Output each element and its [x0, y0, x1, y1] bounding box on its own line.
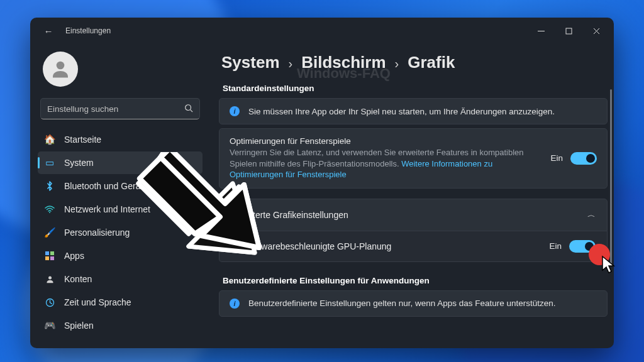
wifi-icon	[44, 204, 55, 215]
system-icon: ▭	[44, 157, 55, 168]
sidebar-item-label: Spielen	[64, 321, 94, 331]
breadcrumb-graphics: Grafik	[408, 53, 455, 72]
sidebar-item-network[interactable]: Netzwerk und Internet	[38, 198, 203, 221]
windowed-title: Optimierungen für Fensterspiele	[230, 136, 539, 146]
sidebar-item-label: System	[64, 158, 94, 168]
section-label-custom: Benutzerdefinierte Einstellungen für Anw…	[223, 276, 608, 285]
sidebar-item-label: Zeit und Sprache	[64, 297, 131, 307]
chevron-right-icon: ›	[289, 57, 293, 71]
windowed-toggle-state: Ein	[550, 153, 563, 163]
gpu-scheduling-title: Hardwarebeschleunigte GPU-Planung	[242, 241, 391, 251]
svg-rect-0	[566, 28, 572, 34]
sidebar-item-label: Bluetooth und Geräte	[64, 181, 148, 191]
maximize-button[interactable]	[555, 18, 582, 44]
info-icon: i	[230, 299, 240, 309]
sidebar-item-label: Startseite	[64, 134, 101, 145]
gamepad-icon: 🎮	[44, 320, 55, 331]
brush-icon: 🖌️	[44, 227, 55, 238]
info-custom-text: Benutzerdefinierte Einstellungen gelten …	[248, 299, 556, 308]
person-icon	[44, 273, 55, 285]
svg-point-2	[186, 104, 191, 110]
search-icon	[184, 104, 193, 114]
svg-point-3	[49, 212, 50, 213]
info-custom-card: i Benutzerdefinierte Einstellungen gelte…	[219, 290, 608, 317]
gpu-toggle-state: Ein	[549, 241, 562, 251]
windowed-optimizations-card: Optimierungen für Fensterspiele Verringe…	[219, 128, 608, 189]
settings-window: ← Einstellungen Einstellung suchen	[30, 18, 614, 348]
sidebar: Einstellung suchen 🏠 Startseite ▭ System	[30, 44, 210, 348]
main-panel: Windows-FAQ System › Bildschirm › Grafik…	[210, 44, 614, 348]
breadcrumb-display[interactable]: Bildschirm	[301, 53, 386, 72]
sidebar-item-gaming[interactable]: 🎮 Spielen	[38, 314, 203, 337]
svg-rect-4	[45, 251, 49, 255]
sidebar-item-startseite[interactable]: 🏠 Startseite	[38, 128, 203, 151]
sidebar-item-label: Netzwerk und Internet	[64, 204, 150, 214]
info-restart-card: i Sie müssen Ihre App oder Ihr Spiel neu…	[219, 98, 608, 124]
home-icon: 🏠	[44, 134, 55, 145]
gpu-scheduling-row: Hardwarebeschleunigte GPU-Planung Ein	[219, 231, 608, 262]
svg-rect-7	[50, 256, 54, 260]
svg-rect-5	[50, 251, 54, 255]
breadcrumb: System › Bildschirm › Grafik	[219, 49, 608, 72]
scrollbar[interactable]	[610, 89, 612, 265]
search-placeholder: Einstellung suchen	[47, 104, 184, 114]
chevron-up-icon: ︿	[587, 211, 596, 219]
close-button[interactable]	[582, 18, 610, 44]
sidebar-item-label: Konten	[64, 274, 92, 284]
info-icon: i	[230, 106, 240, 116]
svg-rect-6	[45, 256, 49, 260]
section-label-default: Standardeinstellungen	[223, 84, 608, 93]
apps-icon	[44, 250, 55, 261]
svg-point-1	[57, 62, 65, 70]
sidebar-item-bluetooth[interactable]: Bluetooth und Geräte	[38, 175, 203, 197]
titlebar: ← Einstellungen	[30, 18, 614, 44]
sidebar-item-apps[interactable]: Apps	[38, 244, 203, 267]
avatar[interactable]	[43, 52, 78, 87]
sidebar-item-accounts[interactable]: Konten	[38, 268, 203, 290]
minimize-button[interactable]	[527, 18, 555, 44]
sidebar-item-label: Personalisierung	[64, 228, 130, 238]
back-button[interactable]: ←	[42, 26, 55, 36]
breadcrumb-system[interactable]: System	[221, 53, 280, 72]
nav: 🏠 Startseite ▭ System Bluetooth und Gerä…	[38, 128, 203, 341]
bluetooth-icon	[44, 180, 55, 192]
sidebar-item-time[interactable]: Zeit und Sprache	[38, 291, 203, 314]
advanced-graphics-expander[interactable]: Erweiterte Grafikeinstellungen ︿	[219, 199, 608, 231]
sidebar-item-personalization[interactable]: 🖌️ Personalisierung	[38, 221, 203, 244]
windowed-toggle[interactable]	[570, 152, 597, 165]
svg-point-8	[48, 276, 52, 279]
sidebar-item-label: Apps	[64, 251, 84, 261]
info-restart-text: Sie müssen Ihre App oder Ihr Spiel neu s…	[248, 107, 555, 116]
window-title: Einstellungen	[65, 26, 111, 35]
advanced-graphics-label: Erweiterte Grafikeinstellungen	[231, 210, 348, 220]
gpu-toggle[interactable]	[569, 240, 596, 253]
clock-icon	[44, 297, 55, 308]
search-input[interactable]: Einstellung suchen	[40, 98, 200, 119]
sidebar-item-system[interactable]: ▭ System	[38, 151, 203, 174]
chevron-right-icon: ›	[395, 57, 399, 71]
